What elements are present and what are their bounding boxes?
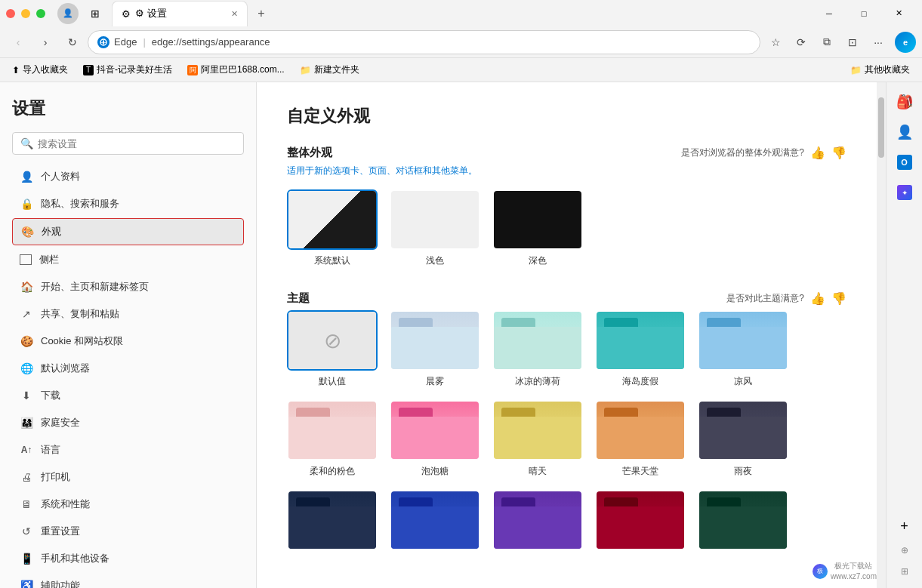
import-icon: ⬆	[12, 65, 20, 75]
minimize-traffic-light[interactable]	[21, 9, 30, 18]
overall-thumbup-btn[interactable]: 👍	[810, 146, 825, 160]
red-bg	[597, 491, 684, 549]
import-label: 导入收藏夹	[23, 63, 68, 76]
close-traffic-light[interactable]	[6, 9, 15, 18]
scrollbar-thumb[interactable]	[878, 97, 884, 158]
theme-breeze[interactable]: 凉风	[698, 310, 788, 388]
sidebar-item-reset[interactable]: ↺ 重置设置	[12, 519, 244, 544]
theme-light[interactable]: 浅色	[390, 189, 480, 267]
sidebar-item-system[interactable]: 🖥 系统和性能	[12, 491, 244, 517]
share-btn[interactable]: ⟳	[789, 30, 813, 54]
theme-system[interactable]: 系统默认	[287, 189, 378, 267]
theme-red[interactable]	[595, 490, 686, 555]
theme-default[interactable]: ⊘ 默认值	[287, 310, 378, 388]
theme-pink[interactable]: 柔和的粉色	[287, 400, 378, 478]
theme-row2: 柔和的粉色 泡泡糖	[287, 400, 846, 478]
sidebar-item-mobile[interactable]: 📱 手机和其他设备	[12, 546, 244, 571]
sidebar-item-profile[interactable]: 👤 个人资料	[12, 164, 244, 189]
theme-dark-label: 深色	[529, 254, 547, 267]
alibaba-label: 阿里巴巴1688.com...	[201, 63, 285, 76]
search-input[interactable]	[38, 138, 236, 149]
refresh-btn[interactable]: ↻	[60, 30, 85, 54]
theme-rating-label: 是否对此主题满意?	[726, 292, 804, 305]
green-body	[699, 506, 787, 549]
sidebar-item-share[interactable]: ↗ 共享、复制和粘贴	[12, 301, 244, 327]
sidebar-item-family[interactable]: 👨‍👩‍👧 家庭安全	[12, 410, 244, 436]
edge-icon[interactable]: e	[895, 32, 916, 53]
search-box[interactable]: 🔍	[12, 132, 244, 155]
settings-tab[interactable]: ⚙ ⚙ 设置 ✕	[112, 1, 248, 26]
theme-purple[interactable]	[492, 490, 583, 555]
new-tab-btn[interactable]: +	[251, 3, 272, 24]
back-btn[interactable]: ‹	[6, 30, 30, 54]
theme-rating: 是否对此主题满意? 👍 👎	[726, 291, 846, 306]
minimize-btn[interactable]: ─	[812, 2, 846, 26]
system-preview-bg	[288, 191, 376, 248]
sidebar-item-printer[interactable]: 🖨 打印机	[12, 464, 244, 490]
theme-default-label: 默认值	[319, 375, 346, 388]
maximize-btn[interactable]: □	[846, 2, 881, 26]
bookmark-import[interactable]: ⬆ 导入收藏夹	[6, 62, 74, 78]
overall-thumbdown-btn[interactable]: 👎	[831, 146, 846, 160]
theme-candy[interactable]: 泡泡糖	[390, 400, 480, 478]
theme-island[interactable]: 海岛度假	[595, 310, 686, 388]
theme-ice[interactable]: 冰凉的薄荷	[492, 310, 583, 388]
theme-red-preview	[595, 490, 686, 550]
sidebar-item-language[interactable]: A↑ 语言	[12, 437, 244, 463]
right-icon-add[interactable]: +	[891, 513, 918, 540]
theme-sunny[interactable]: 晴天	[492, 400, 583, 478]
theme-dark-preview	[492, 189, 583, 250]
right-icon-profile[interactable]: 👤	[891, 119, 918, 146]
watermark-logo: 极	[813, 564, 828, 579]
sidebar-item-accessibility[interactable]: ♿ 辅助功能	[12, 573, 244, 588]
sidebar-item-privacy[interactable]: 🔒 隐私、搜索和服务	[12, 191, 244, 217]
bookmark-folder[interactable]: 📁 新建文件夹	[294, 62, 365, 78]
split-view-btn[interactable]: ⧉	[815, 30, 839, 54]
star-btn[interactable]: ☆	[763, 30, 788, 54]
tab-close-btn[interactable]: ✕	[231, 9, 238, 19]
sidebar-label-appearance: 外观	[42, 225, 61, 239]
maximize-traffic-light[interactable]	[36, 9, 45, 18]
theme-blue[interactable]	[390, 490, 480, 555]
theme-navy[interactable]	[287, 490, 378, 555]
address-icon	[97, 36, 109, 48]
theme-thumbup-btn[interactable]: 👍	[810, 291, 825, 306]
address-bar[interactable]: Edge | edge://settings/appearance	[88, 30, 760, 54]
main-scrollbar[interactable]	[877, 82, 886, 588]
theme-breeze-preview	[698, 310, 788, 371]
sidebar-item-appearance[interactable]: 🎨 外观	[12, 218, 244, 245]
sidebar-item-default-browser[interactable]: 🌐 默认浏览器	[12, 356, 244, 381]
profile-avatar[interactable]: 👤	[57, 3, 79, 24]
bookmark-tiktok[interactable]: T 抖音-记录美好生活	[77, 62, 178, 78]
appearance-icon: 🎨	[20, 225, 34, 239]
sidebar-item-download[interactable]: ⬇ 下载	[12, 383, 244, 408]
theme-pink-label: 柔和的粉色	[310, 465, 355, 478]
tab-icon-btn[interactable]: ⊞	[85, 3, 106, 24]
theme-mango[interactable]: 芒果天堂	[595, 400, 686, 478]
forward-btn[interactable]: ›	[33, 30, 57, 54]
right-panel-extra2: ⊞	[887, 564, 922, 579]
theme-thumbdown-btn[interactable]: 👎	[831, 291, 846, 306]
more-btn[interactable]: ···	[866, 30, 890, 54]
bookmark-alibaba[interactable]: 阿 阿里巴巴1688.com...	[181, 62, 291, 78]
theme-cloud[interactable]: 晨雾	[390, 310, 480, 388]
sunny-body	[494, 417, 581, 459]
share-icon: ↗	[20, 307, 33, 321]
right-icon-bag[interactable]: 🎒	[891, 88, 918, 115]
sidebar-item-cookies[interactable]: 🍪 Cookie 和网站权限	[12, 328, 244, 354]
sidebar-item-sidebar[interactable]: 侧栏	[12, 247, 244, 272]
theme-dark[interactable]: 深色	[492, 189, 583, 267]
printer-icon: 🖨	[20, 470, 33, 484]
sidebar-item-start[interactable]: 🏠 开始、主页和新建标签页	[12, 274, 244, 300]
right-icon-outlook[interactable]: O	[891, 149, 918, 176]
download-icon: ⬇	[20, 389, 33, 402]
profile-icon: 👤	[20, 170, 33, 183]
theme-night[interactable]: 雨夜	[698, 400, 788, 478]
theme-cloud-preview	[390, 310, 480, 371]
fav-btn[interactable]: ⊡	[840, 30, 865, 54]
close-btn[interactable]: ✕	[881, 2, 916, 26]
right-icon-copilot[interactable]: ✦	[891, 179, 918, 206]
mango-bg	[597, 402, 684, 459]
theme-green[interactable]	[698, 490, 788, 555]
bookmark-other[interactable]: 📁 其他收藏夹	[844, 62, 916, 78]
